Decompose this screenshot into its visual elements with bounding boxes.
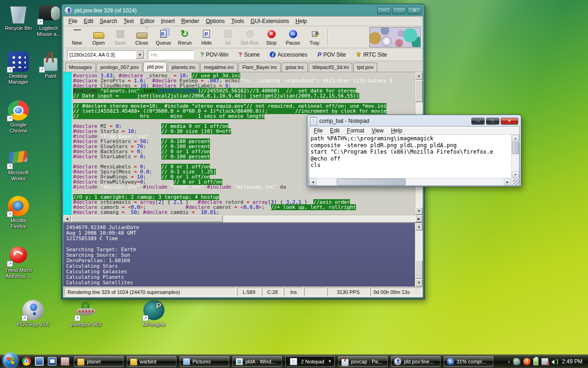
switch-windows-quicklaunch-icon[interactable] xyxy=(48,357,57,366)
taskbar-button-sync-progress[interactable]: ↻31% compl... xyxy=(444,356,493,367)
menu-view[interactable]: View xyxy=(368,127,387,134)
start-button[interactable] xyxy=(3,353,18,368)
menu-file[interactable]: File xyxy=(65,17,80,25)
taskbar-button-povray-render[interactable]: pld.pov:line... xyxy=(391,356,441,367)
desktop-icon-microsoft-works[interactable]: ↗Microsoft Works xyxy=(0,148,37,182)
tab-messages[interactable]: Messages xyxy=(65,63,96,72)
scene-link[interactable]: ?Scene xyxy=(236,51,262,58)
menu-edit[interactable]: Edit xyxy=(80,17,96,25)
chrome-quicklaunch-icon[interactable] xyxy=(22,357,31,366)
taskbar-button-notepad-group[interactable]: 2 Notepad▼ xyxy=(285,356,335,367)
tab-megatime-inc[interactable]: megatime.inc xyxy=(200,63,237,72)
tray-expand-icon[interactable]: ‹ xyxy=(508,358,510,365)
notepad-window-title: comp_bat - Notepad xyxy=(319,118,369,124)
tray-network-icon[interactable] xyxy=(541,358,548,365)
app-quicklaunch-icon[interactable] xyxy=(61,357,69,366)
messages-vscroll-thumb[interactable] xyxy=(415,260,423,279)
menu-search[interactable]: Search xyxy=(96,17,120,25)
desktop-icon-mpengine[interactable]: ↗MPengine xyxy=(129,300,179,328)
taskbar-button-povcap-paint[interactable]: povcap - Pa... xyxy=(338,356,388,367)
menu-help[interactable]: Help xyxy=(292,17,310,25)
minimize-button[interactable]: — xyxy=(471,118,485,125)
command-line-input[interactable] xyxy=(148,50,194,59)
desktop-icon-trend-micro[interactable]: ↗Trend Micro AntiVirus ... xyxy=(0,246,37,279)
close-button[interactable]: X xyxy=(407,7,421,14)
menu-options[interactable]: Options xyxy=(203,17,228,25)
tab-gstar-inc[interactable]: gstar.inc xyxy=(282,63,308,72)
tab-flam-bayer-inc[interactable]: Flam_Bayer.inc xyxy=(238,63,281,72)
tray-app-icon[interactable] xyxy=(513,358,520,365)
tray-button[interactable]: Tray xyxy=(304,27,325,47)
chevron-down-icon[interactable]: ▼ xyxy=(136,51,144,59)
render-preset-combobox[interactable]: [1280x1024, AA 0.3] ▼ xyxy=(67,50,144,59)
menu-file[interactable]: File xyxy=(310,127,326,134)
scroll-down-icon[interactable]: ▼ xyxy=(415,279,423,287)
taskbar-button-plda-viewer[interactable]: pldA - Wind... xyxy=(232,356,282,367)
maximize-button[interactable]: □ xyxy=(392,7,406,14)
desktop-icon-mozilla-firefox[interactable]: ↗Mozilla Firefox xyxy=(0,196,37,230)
open-button[interactable]: Open xyxy=(88,27,109,47)
scroll-up-icon[interactable]: ▲ xyxy=(415,223,423,230)
editor-horizontal-scrollbar[interactable]: ◀ ▶ xyxy=(63,215,423,222)
stop-button[interactable]: ✕Stop xyxy=(260,27,282,47)
povray-title-bar[interactable]: pld.pov:line 328 (of 1024) — □ X xyxy=(63,5,423,16)
notepad-vscroll-thumb[interactable] xyxy=(512,142,519,154)
desktop-icon-desktop-manager[interactable]: ↗Desktop Manager xyxy=(0,52,37,85)
accessories-link[interactable]: iAccessories xyxy=(267,52,310,58)
desktop-icon-pvengine[interactable]: ↗pvengine 363 xyxy=(61,300,111,328)
taskbar-button-warbird[interactable]: warbird xyxy=(127,356,176,367)
scroll-right-icon[interactable]: ▶ xyxy=(415,215,423,222)
taskbar-button-planet[interactable]: planet xyxy=(74,356,124,367)
pause-button[interactable]: zzPause xyxy=(282,27,304,47)
messages-vertical-scrollbar[interactable]: ▲ ▼ xyxy=(415,223,423,287)
taskbar-buttons: planetwarbirdPicturespldA - Wind...2 Not… xyxy=(74,356,493,367)
minimize-button[interactable]: — xyxy=(377,7,391,14)
tray-volume-icon[interactable] xyxy=(551,358,559,365)
resize-grip[interactable] xyxy=(513,179,519,185)
close-button[interactable]: ✕ xyxy=(501,118,518,125)
pov-win-link[interactable]: ?POV-Win xyxy=(198,51,231,58)
hide-button[interactable]: Hide xyxy=(196,27,217,47)
pov-site-link[interactable]: PPOV Site xyxy=(315,51,349,58)
scroll-up-icon[interactable]: ▲ xyxy=(512,135,519,142)
menu-editor[interactable]: Editor xyxy=(137,17,158,25)
tab-tpd-pov[interactable]: tpd.pov xyxy=(353,63,377,72)
scroll-left-icon[interactable]: ◀ xyxy=(309,178,317,185)
taskbar-clock[interactable]: 2:49 PM xyxy=(562,358,582,365)
desktop-icon-google-chrome[interactable]: ↗Google Chrome xyxy=(0,100,37,134)
notepad-title-bar[interactable]: comp_bat - Notepad — □ ✕ xyxy=(309,116,520,126)
scroll-right-icon[interactable]: ▶ xyxy=(504,178,511,185)
queue-button[interactable]: Queue xyxy=(153,27,174,47)
tab-planets-inc[interactable]: planets.inc xyxy=(168,63,199,72)
new-button[interactable]: New xyxy=(66,27,88,47)
notepad-horizontal-scrollbar[interactable]: ◀ ▶ xyxy=(309,178,518,185)
menu-tools[interactable]: Tools xyxy=(228,17,247,25)
notepad-hscroll-thumb[interactable] xyxy=(337,178,406,185)
scroll-down-icon[interactable]: ▼ xyxy=(415,207,423,215)
rerun-button[interactable]: Rerun xyxy=(174,27,196,47)
menu-render[interactable]: Render xyxy=(178,17,203,25)
tab-titlepacif3-3d-ini[interactable]: titlepacif3_3d.ini xyxy=(309,63,352,72)
menu-edit[interactable]: Edit xyxy=(326,127,343,134)
menu-insert[interactable]: Insert xyxy=(158,17,178,25)
scroll-down-icon[interactable]: ▼ xyxy=(512,171,519,178)
close-button[interactable]: Close xyxy=(131,27,153,47)
menu-format[interactable]: Format xyxy=(343,127,368,134)
show-desktop-quicklaunch-icon[interactable] xyxy=(35,357,44,366)
menu-gui-extensions[interactable]: GUI-Extensions xyxy=(247,17,292,25)
irtc-site-link[interactable]: ♛IRTC Site xyxy=(353,51,390,58)
tab-povlogo-007-pov[interactable]: povlogo_007.pov xyxy=(96,63,142,72)
editor-hscroll-thumb[interactable] xyxy=(71,215,223,222)
taskbar-button-pictures[interactable]: Pictures xyxy=(180,356,229,367)
menu-help[interactable]: Help xyxy=(387,127,406,134)
editor-vscroll-thumb[interactable] xyxy=(415,80,423,102)
tray-battery-icon[interactable] xyxy=(533,358,538,365)
scroll-up-icon[interactable]: ▲ xyxy=(415,72,423,80)
tab-pld-pov[interactable]: pld.pov xyxy=(143,62,167,72)
tray-alert-icon[interactable]: ! xyxy=(523,358,531,365)
notepad-app-icon xyxy=(310,117,317,125)
menu-text[interactable]: Text xyxy=(120,17,137,25)
desktop-icon-povray[interactable]: ↗POV-Ray v3.6 xyxy=(8,300,58,328)
scroll-left-icon[interactable]: ◀ xyxy=(63,215,71,222)
maximize-button[interactable]: □ xyxy=(486,118,499,125)
